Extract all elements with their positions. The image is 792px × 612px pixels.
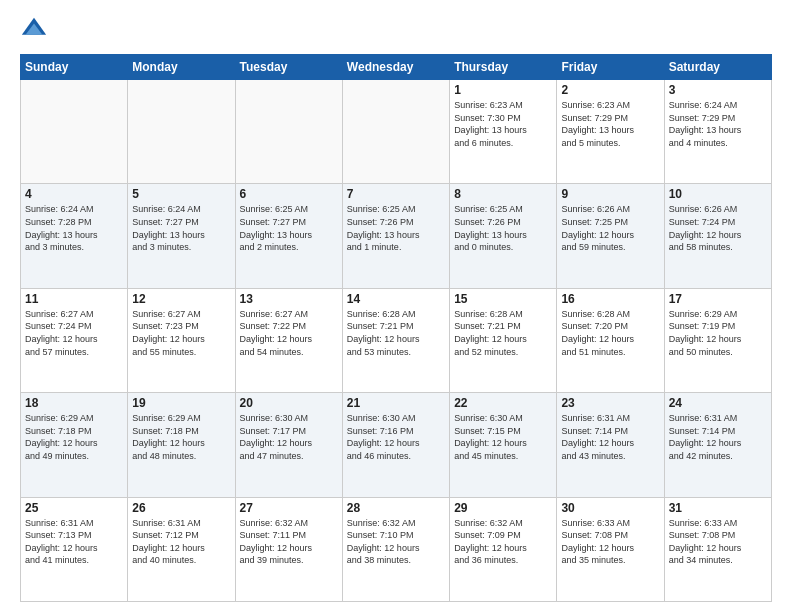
calendar-cell: 25Sunrise: 6:31 AM Sunset: 7:13 PM Dayli… <box>21 497 128 601</box>
day-info: Sunrise: 6:25 AM Sunset: 7:27 PM Dayligh… <box>240 203 338 253</box>
day-number: 27 <box>240 501 338 515</box>
day-number: 4 <box>25 187 123 201</box>
day-number: 25 <box>25 501 123 515</box>
day-info: Sunrise: 6:26 AM Sunset: 7:25 PM Dayligh… <box>561 203 659 253</box>
day-info: Sunrise: 6:31 AM Sunset: 7:13 PM Dayligh… <box>25 517 123 567</box>
day-info: Sunrise: 6:32 AM Sunset: 7:11 PM Dayligh… <box>240 517 338 567</box>
calendar-cell: 6Sunrise: 6:25 AM Sunset: 7:27 PM Daylig… <box>235 184 342 288</box>
calendar-cell: 22Sunrise: 6:30 AM Sunset: 7:15 PM Dayli… <box>450 393 557 497</box>
day-info: Sunrise: 6:23 AM Sunset: 7:29 PM Dayligh… <box>561 99 659 149</box>
calendar-cell: 15Sunrise: 6:28 AM Sunset: 7:21 PM Dayli… <box>450 288 557 392</box>
logo <box>20 16 54 44</box>
calendar-cell: 30Sunrise: 6:33 AM Sunset: 7:08 PM Dayli… <box>557 497 664 601</box>
day-number: 12 <box>132 292 230 306</box>
day-info: Sunrise: 6:29 AM Sunset: 7:18 PM Dayligh… <box>132 412 230 462</box>
day-info: Sunrise: 6:24 AM Sunset: 7:27 PM Dayligh… <box>132 203 230 253</box>
day-info: Sunrise: 6:28 AM Sunset: 7:20 PM Dayligh… <box>561 308 659 358</box>
day-info: Sunrise: 6:31 AM Sunset: 7:12 PM Dayligh… <box>132 517 230 567</box>
day-info: Sunrise: 6:24 AM Sunset: 7:28 PM Dayligh… <box>25 203 123 253</box>
day-info: Sunrise: 6:27 AM Sunset: 7:24 PM Dayligh… <box>25 308 123 358</box>
calendar-cell: 7Sunrise: 6:25 AM Sunset: 7:26 PM Daylig… <box>342 184 449 288</box>
day-info: Sunrise: 6:32 AM Sunset: 7:09 PM Dayligh… <box>454 517 552 567</box>
day-number: 8 <box>454 187 552 201</box>
col-header-saturday: Saturday <box>664 55 771 80</box>
calendar-cell: 27Sunrise: 6:32 AM Sunset: 7:11 PM Dayli… <box>235 497 342 601</box>
day-number: 1 <box>454 83 552 97</box>
day-info: Sunrise: 6:26 AM Sunset: 7:24 PM Dayligh… <box>669 203 767 253</box>
col-header-monday: Monday <box>128 55 235 80</box>
calendar-cell <box>235 80 342 184</box>
day-number: 22 <box>454 396 552 410</box>
day-info: Sunrise: 6:31 AM Sunset: 7:14 PM Dayligh… <box>561 412 659 462</box>
day-info: Sunrise: 6:31 AM Sunset: 7:14 PM Dayligh… <box>669 412 767 462</box>
calendar-table: SundayMondayTuesdayWednesdayThursdayFrid… <box>20 54 772 602</box>
day-number: 26 <box>132 501 230 515</box>
day-info: Sunrise: 6:30 AM Sunset: 7:16 PM Dayligh… <box>347 412 445 462</box>
calendar-cell <box>21 80 128 184</box>
calendar-week-row: 11Sunrise: 6:27 AM Sunset: 7:24 PM Dayli… <box>21 288 772 392</box>
day-number: 31 <box>669 501 767 515</box>
calendar-cell: 4Sunrise: 6:24 AM Sunset: 7:28 PM Daylig… <box>21 184 128 288</box>
day-number: 6 <box>240 187 338 201</box>
col-header-friday: Friday <box>557 55 664 80</box>
day-info: Sunrise: 6:27 AM Sunset: 7:22 PM Dayligh… <box>240 308 338 358</box>
calendar-cell: 18Sunrise: 6:29 AM Sunset: 7:18 PM Dayli… <box>21 393 128 497</box>
day-info: Sunrise: 6:28 AM Sunset: 7:21 PM Dayligh… <box>454 308 552 358</box>
day-number: 19 <box>132 396 230 410</box>
day-info: Sunrise: 6:33 AM Sunset: 7:08 PM Dayligh… <box>669 517 767 567</box>
calendar-cell <box>342 80 449 184</box>
day-number: 14 <box>347 292 445 306</box>
calendar-cell: 29Sunrise: 6:32 AM Sunset: 7:09 PM Dayli… <box>450 497 557 601</box>
page: SundayMondayTuesdayWednesdayThursdayFrid… <box>0 0 792 612</box>
day-number: 11 <box>25 292 123 306</box>
day-number: 28 <box>347 501 445 515</box>
day-number: 23 <box>561 396 659 410</box>
logo-icon <box>20 16 48 44</box>
day-number: 15 <box>454 292 552 306</box>
day-info: Sunrise: 6:28 AM Sunset: 7:21 PM Dayligh… <box>347 308 445 358</box>
day-info: Sunrise: 6:29 AM Sunset: 7:18 PM Dayligh… <box>25 412 123 462</box>
calendar-cell: 11Sunrise: 6:27 AM Sunset: 7:24 PM Dayli… <box>21 288 128 392</box>
calendar-week-row: 18Sunrise: 6:29 AM Sunset: 7:18 PM Dayli… <box>21 393 772 497</box>
calendar-cell: 28Sunrise: 6:32 AM Sunset: 7:10 PM Dayli… <box>342 497 449 601</box>
day-number: 21 <box>347 396 445 410</box>
day-info: Sunrise: 6:30 AM Sunset: 7:17 PM Dayligh… <box>240 412 338 462</box>
col-header-thursday: Thursday <box>450 55 557 80</box>
day-number: 5 <box>132 187 230 201</box>
day-number: 2 <box>561 83 659 97</box>
day-number: 29 <box>454 501 552 515</box>
day-info: Sunrise: 6:29 AM Sunset: 7:19 PM Dayligh… <box>669 308 767 358</box>
day-number: 9 <box>561 187 659 201</box>
day-number: 24 <box>669 396 767 410</box>
calendar-cell: 31Sunrise: 6:33 AM Sunset: 7:08 PM Dayli… <box>664 497 771 601</box>
calendar-cell: 21Sunrise: 6:30 AM Sunset: 7:16 PM Dayli… <box>342 393 449 497</box>
day-number: 18 <box>25 396 123 410</box>
calendar-cell <box>128 80 235 184</box>
calendar-cell: 19Sunrise: 6:29 AM Sunset: 7:18 PM Dayli… <box>128 393 235 497</box>
day-info: Sunrise: 6:25 AM Sunset: 7:26 PM Dayligh… <box>454 203 552 253</box>
day-info: Sunrise: 6:33 AM Sunset: 7:08 PM Dayligh… <box>561 517 659 567</box>
calendar-cell: 3Sunrise: 6:24 AM Sunset: 7:29 PM Daylig… <box>664 80 771 184</box>
calendar-cell: 24Sunrise: 6:31 AM Sunset: 7:14 PM Dayli… <box>664 393 771 497</box>
day-number: 7 <box>347 187 445 201</box>
day-info: Sunrise: 6:25 AM Sunset: 7:26 PM Dayligh… <box>347 203 445 253</box>
day-info: Sunrise: 6:23 AM Sunset: 7:30 PM Dayligh… <box>454 99 552 149</box>
day-number: 3 <box>669 83 767 97</box>
calendar-cell: 8Sunrise: 6:25 AM Sunset: 7:26 PM Daylig… <box>450 184 557 288</box>
calendar-cell: 5Sunrise: 6:24 AM Sunset: 7:27 PM Daylig… <box>128 184 235 288</box>
calendar-cell: 9Sunrise: 6:26 AM Sunset: 7:25 PM Daylig… <box>557 184 664 288</box>
day-info: Sunrise: 6:32 AM Sunset: 7:10 PM Dayligh… <box>347 517 445 567</box>
calendar-week-row: 4Sunrise: 6:24 AM Sunset: 7:28 PM Daylig… <box>21 184 772 288</box>
day-number: 16 <box>561 292 659 306</box>
col-header-tuesday: Tuesday <box>235 55 342 80</box>
calendar-cell: 26Sunrise: 6:31 AM Sunset: 7:12 PM Dayli… <box>128 497 235 601</box>
day-number: 20 <box>240 396 338 410</box>
calendar-cell: 2Sunrise: 6:23 AM Sunset: 7:29 PM Daylig… <box>557 80 664 184</box>
calendar-cell: 14Sunrise: 6:28 AM Sunset: 7:21 PM Dayli… <box>342 288 449 392</box>
header <box>20 16 772 44</box>
day-info: Sunrise: 6:30 AM Sunset: 7:15 PM Dayligh… <box>454 412 552 462</box>
calendar-cell: 12Sunrise: 6:27 AM Sunset: 7:23 PM Dayli… <box>128 288 235 392</box>
col-header-wednesday: Wednesday <box>342 55 449 80</box>
day-number: 30 <box>561 501 659 515</box>
calendar-cell: 10Sunrise: 6:26 AM Sunset: 7:24 PM Dayli… <box>664 184 771 288</box>
